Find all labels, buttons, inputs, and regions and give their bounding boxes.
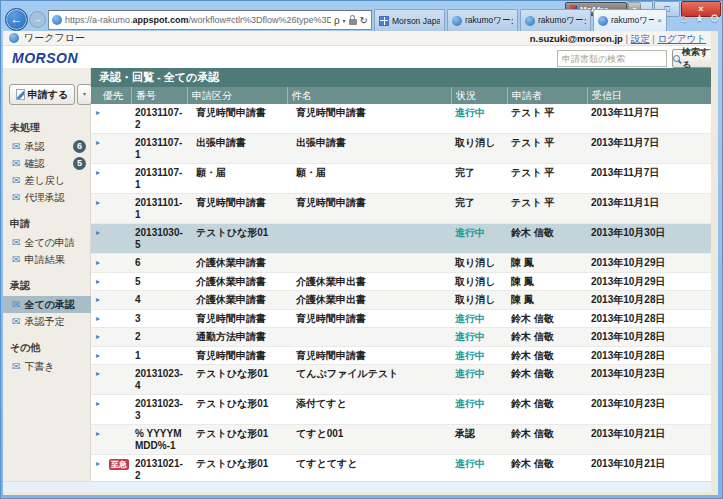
column-header[interactable]: 受信日 [587, 87, 711, 104]
table-row[interactable]: ▸ % YYYYMMDD%-1 テストひな形01 てすと001 承認 鈴木 信敬… [91, 425, 711, 455]
table-row[interactable]: ▸ 5 介護休業申請書 介護休業申出書 取り消し 陳 鳳 2013年10月29日 [91, 273, 711, 292]
column-header[interactable]: 申請区分 [187, 87, 287, 104]
refresh-icon[interactable]: ↻ [360, 15, 368, 26]
sidebar-item[interactable]: ✉ 代理承認 [3, 189, 91, 206]
table-row[interactable]: ▸ 20131107-1 出張申請書 出張申請書 取り消し テスト 平 2013… [91, 134, 711, 164]
subject-cell: てすと001 [287, 425, 451, 454]
window-frame-edge [711, 31, 718, 495]
date-cell: 2013年10月29日 [587, 273, 711, 291]
expand-arrow-icon[interactable]: ▸ [91, 164, 105, 193]
category-cell: 介護休業申請書 [187, 291, 287, 309]
separator: | [652, 33, 654, 44]
sidebar-item[interactable]: ✉ 差し戻し [3, 172, 91, 189]
sidebar: 申請する ▾ 未処理 ✉ 承認 6 ✉ 確認 5 ✉ 差し戻し ✉ 代理承認 申… [3, 68, 91, 481]
table-row[interactable]: ▸ 20131107-1 願・届 願・届 完了 テスト 平 2013年11月7日 [91, 164, 711, 194]
priority-cell [105, 164, 131, 193]
table-row[interactable]: ▸ 4 介護休業申請書 介護休業申出書 取り消し 陳 鳳 2013年10月28日 [91, 291, 711, 310]
number-cell: 20131107-2 [131, 104, 187, 133]
expand-arrow-icon[interactable]: ▸ [91, 395, 105, 424]
browser-tab[interactable]: Morson Japan G... [374, 9, 445, 31]
sidebar-section-title: 未処理 [10, 121, 91, 135]
panel-title: 承認・回覧 - 全ての承認 [91, 68, 711, 87]
expand-arrow-icon[interactable]: ▸ [91, 273, 105, 291]
settings-link[interactable]: 設定 [631, 33, 650, 44]
expand-arrow-icon[interactable]: ▸ [91, 365, 105, 394]
sidebar-item[interactable]: ✉ 申請結果 [3, 251, 91, 268]
column-header[interactable]: 番号 [131, 87, 187, 104]
sites-favicon [379, 16, 389, 26]
priority-badge: 至急 [109, 459, 129, 470]
expand-arrow-icon[interactable]: ▸ [91, 328, 105, 346]
back-button[interactable]: ← [5, 8, 28, 31]
favorites-star-icon[interactable]: ★ [692, 12, 707, 28]
browser-tab[interactable]: rakumoワーク... × [593, 9, 667, 31]
table-row[interactable]: ▸ 1 育児時間申請書 育児時間申請書 進行中 鈴木 信敬 2013年10月28… [91, 347, 711, 366]
expand-arrow-icon[interactable]: ▸ [91, 104, 105, 133]
rakumo-favicon [452, 16, 462, 26]
category-cell: テストひな形01 [187, 455, 287, 484]
table-row[interactable]: ▸ 3 育児時間申請書 育児時間申請書 進行中 鈴木 信敬 2013年10月28… [91, 310, 711, 329]
date-cell: 2013年10月28日 [587, 310, 711, 328]
table-row[interactable]: ▸ 20131030-5 テストひな形01 進行中 鈴木 信敬 2013年10月… [91, 224, 711, 254]
sidebar-item[interactable]: ✉ 全ての申請 [3, 234, 91, 251]
search-icon[interactable]: ρ [334, 15, 340, 26]
browser-tab[interactable]: rakumoワークフロー [520, 9, 591, 31]
category-cell: 出張申請書 [187, 134, 287, 163]
browser-tab[interactable]: rakumoワークフロー [447, 9, 518, 31]
table-row[interactable]: ▸ 20131023-3 テストひな形01 添付てすと 進行中 鈴木 信敬 20… [91, 395, 711, 425]
apply-button[interactable]: 申請する [9, 84, 75, 105]
sidebar-item[interactable]: ✉ 下書き [3, 358, 91, 375]
expand-arrow-icon[interactable]: ▸ [91, 347, 105, 365]
priority-cell [105, 347, 131, 365]
tab-label: Morson Japan G... [392, 16, 440, 26]
table-row[interactable]: ▸ 20131101-1 育児時間申請書 育児時間申請書 完了 テスト 平 20… [91, 194, 711, 224]
expand-arrow-icon[interactable]: ▸ [91, 291, 105, 309]
logout-link[interactable]: ログアウト [657, 33, 706, 44]
category-cell: テストひな形01 [187, 365, 287, 394]
column-header[interactable]: 件名 [287, 87, 451, 104]
expand-arrow-icon[interactable]: ▸ [91, 254, 105, 272]
column-header[interactable]: 申請者 [507, 87, 587, 104]
number-cell: 2 [131, 328, 187, 346]
status-cell: 進行中 [451, 455, 507, 484]
address-bar[interactable]: https://a-rakumo.appspot.com/workflow#ct… [48, 10, 372, 30]
sidebar-item[interactable]: ✉ 承認 6 [3, 138, 91, 155]
subject-cell: 介護休業申出書 [287, 273, 451, 291]
lock-icon [349, 19, 357, 25]
table-row[interactable]: ▸ 20131023-4 テストひな形01 てんぷファイルテスト 進行中 鈴木 … [91, 365, 711, 395]
sidebar-item[interactable]: ✉ 全ての承認 [3, 296, 91, 313]
home-icon[interactable]: ⌂ [676, 12, 691, 28]
applicant-cell: 鈴木 信敬 [507, 328, 587, 346]
mail-icon: ✉ [12, 237, 20, 248]
expand-arrow-icon[interactable]: ▸ [91, 134, 105, 163]
table-row[interactable]: ▸ 2 通勤方法申請書 進行中 鈴木 信敬 2013年10月28日 [91, 328, 711, 347]
priority-cell [105, 310, 131, 328]
expand-arrow-icon[interactable]: ▸ [91, 310, 105, 328]
apply-dropdown-button[interactable]: ▾ [77, 84, 92, 105]
table-row[interactable]: ▸ 6 介護休業申請書 取り消し 陳 鳳 2013年10月29日 [91, 254, 711, 273]
table-row[interactable]: ▸ 20131107-2 育児時間申請書 育児時間申請書 進行中 テスト 平 2… [91, 104, 711, 134]
tools-gear-icon[interactable]: ⚙ [707, 12, 722, 28]
tab-bar: Morson Japan G... rakumoワークフロー rakumoワーク… [374, 9, 667, 31]
count-badge: 5 [73, 157, 86, 170]
expand-arrow-icon[interactable]: ▸ [91, 425, 105, 454]
url-text[interactable]: https://a-rakumo.appspot.com/workflow#ct… [65, 15, 331, 25]
number-cell: 1 [131, 347, 187, 365]
chevron-down-icon[interactable]: ▾ [343, 17, 346, 24]
sidebar-item[interactable]: ✉ 承認予定 [3, 313, 91, 330]
tab-close-icon[interactable]: × [657, 16, 662, 25]
date-cell: 2013年10月23日 [587, 365, 711, 394]
user-menu: n.suzuki@morson.jp | 設定 | ログアウト [530, 33, 706, 46]
sidebar-item[interactable]: ✉ 確認 5 [3, 155, 91, 172]
expand-arrow-icon[interactable]: ▸ [91, 224, 105, 253]
expand-arrow-icon[interactable]: ▸ [91, 455, 105, 484]
column-header[interactable]: 優先 [91, 87, 131, 104]
expand-arrow-icon[interactable]: ▸ [91, 194, 105, 223]
search-button[interactable]: 検索する [672, 49, 713, 68]
column-header[interactable]: 状況 [451, 87, 507, 104]
count-badge: 6 [73, 140, 86, 153]
forward-button[interactable]: → [29, 11, 46, 28]
date-cell: 2013年10月21日 [587, 425, 711, 454]
applicant-cell: 鈴木 信敬 [507, 395, 587, 424]
document-search-input[interactable] [557, 50, 667, 67]
